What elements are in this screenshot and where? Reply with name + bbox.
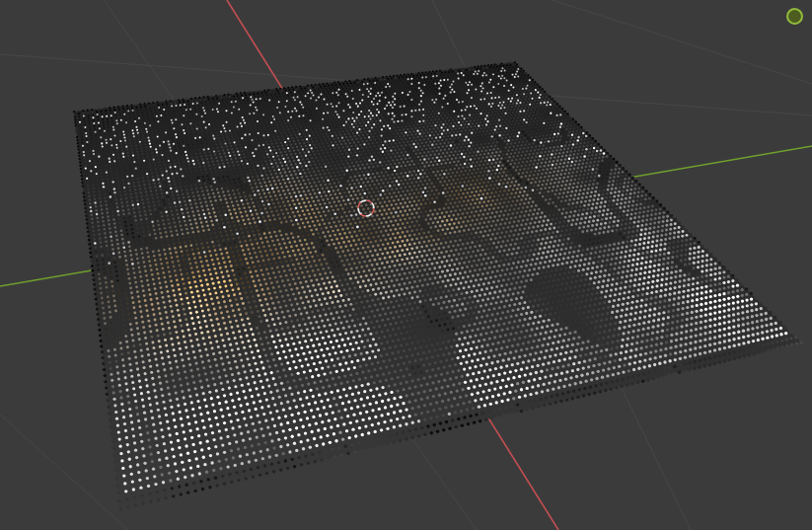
3d-viewport[interactable] — [0, 0, 812, 530]
viewport-canvas[interactable] — [0, 0, 812, 530]
nav-gizmo-y-axis-ball[interactable] — [786, 8, 803, 25]
